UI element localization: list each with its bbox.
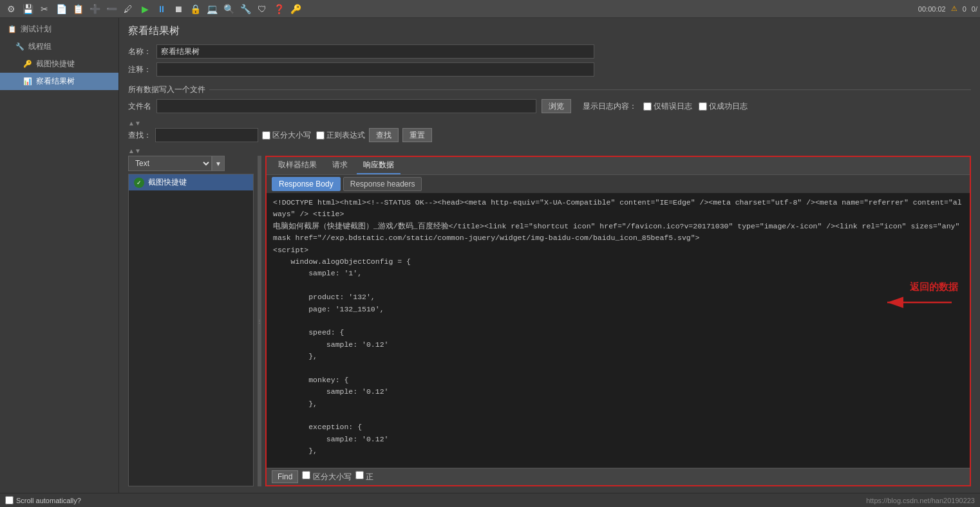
sidebar-item-test-plan[interactable]: 📋 测试计划: [0, 21, 118, 38]
find-regex-checkbox[interactable]: [355, 471, 364, 479]
toolbar: ⚙ 💾 ✂ 📄 📋 ➕ ➖ 🖊 ▶ ⏸ ⏹ 🔒 💻 🔍 🔧 🛡 ❓ 🔑 00:0…: [0, 0, 980, 18]
regex-label: 正则表达式: [326, 130, 365, 141]
find-regex[interactable]: 正: [355, 471, 373, 483]
panel-divider[interactable]: ⋮: [258, 156, 261, 486]
name-label: 名称：: [128, 46, 151, 57]
case-sensitive-label: 区分大小写: [272, 130, 311, 141]
display-label: 显示日志内容：: [583, 101, 637, 112]
find-bar: Find 区分大小写 正: [267, 468, 970, 485]
tab-sampler-result[interactable]: 取样器结果: [272, 157, 323, 174]
toolbar-icon-12[interactable]: 🔒: [188, 2, 202, 16]
reset-button[interactable]: 重置: [402, 128, 432, 142]
toolbar-icon-2[interactable]: 💾: [21, 2, 35, 16]
sidebar-item-thread-group[interactable]: 🔧 线程组: [0, 38, 118, 55]
find-btn[interactable]: Find: [272, 470, 298, 483]
content-area: 察看结果树 名称： 注释： 所有数据写入一个文件 文件名 浏览 显示日志内容：: [119, 18, 980, 493]
only-success-checkbox[interactable]: [699, 102, 707, 111]
toolbar-icon-3[interactable]: ✂: [37, 2, 52, 16]
timer-display: 00:00:02: [918, 5, 946, 13]
scroll-auto-checkbox[interactable]: [5, 496, 14, 504]
result-container: Text ▼ ✓ 截图快捷键 ⋮ 取样器结果: [128, 156, 971, 486]
sampler-item[interactable]: ✓ 截图快捷键: [129, 174, 253, 190]
browse-button[interactable]: 浏览: [542, 99, 571, 113]
sidebar-item-label: 线程组: [28, 41, 52, 52]
toolbar-icon-7[interactable]: ➖: [104, 2, 118, 16]
find-case-sensitive[interactable]: 区分大小写: [302, 471, 351, 483]
name-row: 名称：: [128, 44, 971, 59]
tabs-bar: 取样器结果 请求 响应数据: [267, 157, 970, 175]
log-options: 显示日志内容： 仅错误日志 仅成功日志: [583, 101, 748, 112]
code-view[interactable]: <!DOCTYPE html><html><!--STATUS OK--><he…: [267, 193, 970, 468]
right-panel-wrapper: 取样器结果 请求 响应数据 Response Body Response hea…: [265, 156, 971, 486]
search-options: 区分大小写 正则表达式: [262, 130, 365, 141]
only-errors-label: 仅错误日志: [654, 101, 692, 112]
dropdown-arrow-btn[interactable]: ▼: [212, 156, 225, 171]
toolbar-icon-16[interactable]: 🛡: [255, 2, 269, 16]
comment-row: 注释：: [128, 62, 971, 77]
toolbar-icon-9[interactable]: ▶: [138, 2, 152, 16]
toolbar-icon-14[interactable]: 🔍: [221, 2, 236, 16]
find-regex-label: 正: [366, 472, 373, 481]
sub-tabs-bar: Response Body Response headers: [267, 175, 970, 193]
toolbar-icon-8[interactable]: 🖊: [121, 2, 135, 16]
toolbar-icon-6[interactable]: ➕: [88, 2, 102, 16]
sub-tab-response-headers[interactable]: Response headers: [343, 177, 422, 191]
section-header: 所有数据写入一个文件: [128, 84, 971, 95]
search-label: 查找：: [128, 130, 151, 141]
test-plan-icon: 📋: [8, 25, 17, 33]
collapse-row-2[interactable]: ▲▼: [128, 146, 971, 156]
sidebar-item-label: 测试计划: [21, 24, 52, 35]
left-panel: Text ▼ ✓ 截图快捷键: [128, 156, 254, 486]
sidebar: 📋 测试计划 🔧 线程组 🔑 截图快捷键 📊 察看结果树: [0, 18, 119, 493]
find-case-checkbox[interactable]: [302, 471, 310, 479]
only-errors-option[interactable]: 仅错误日志: [643, 101, 692, 112]
result-tree-icon: 📊: [23, 77, 32, 86]
main-layout: 📋 测试计划 🔧 线程组 🔑 截图快捷键 📊 察看结果树 察看结果树 名称： 注…: [0, 18, 980, 493]
right-panel: 取样器结果 请求 响应数据 Response Body Response hea…: [265, 156, 971, 486]
file-input[interactable]: [156, 99, 536, 113]
toolbar-icon-17[interactable]: ❓: [272, 2, 286, 16]
toolbar-icon-15[interactable]: 🔧: [238, 2, 252, 16]
find-case-label: 区分大小写: [313, 472, 352, 481]
section-label: 所有数据写入一个文件: [128, 84, 205, 95]
collapse-row-1[interactable]: ▲▼: [128, 118, 971, 128]
toolbar-icon-11[interactable]: ⏹: [171, 2, 185, 16]
only-success-label: 仅成功日志: [709, 101, 748, 112]
counter-display: 0/: [972, 5, 977, 13]
regex-checkbox[interactable]: [316, 131, 325, 140]
find-button[interactable]: 查找: [369, 128, 399, 142]
page-title: 察看结果树: [128, 24, 971, 38]
alert-count: 0: [963, 5, 966, 13]
case-sensitive-checkbox[interactable]: [262, 131, 270, 140]
file-label: 文件名: [128, 101, 151, 112]
scroll-auto-label: Scroll automatically?: [16, 497, 81, 504]
toolbar-icon-4[interactable]: 📄: [54, 2, 68, 16]
toolbar-timer: 00:00:02 ⚠ 0 0/: [918, 5, 977, 13]
screenshot-icon: 🔑: [23, 60, 32, 68]
case-sensitive-option[interactable]: 区分大小写: [262, 130, 311, 141]
scroll-auto[interactable]: Scroll automatically?: [5, 496, 81, 504]
toolbar-icon-13[interactable]: 💻: [205, 2, 219, 16]
sidebar-item-screenshot[interactable]: 🔑 截图快捷键: [0, 55, 118, 73]
toolbar-icon-10[interactable]: ⏸: [155, 2, 169, 16]
toolbar-icon-18[interactable]: 🔑: [288, 2, 303, 16]
sampler-tree: ✓ 截图快捷键: [128, 174, 254, 486]
sampler-label: 截图快捷键: [148, 177, 187, 188]
search-row: 查找： 区分大小写 正则表达式 查找 重置: [128, 128, 971, 142]
only-errors-checkbox[interactable]: [643, 102, 652, 111]
regex-option[interactable]: 正则表达式: [316, 130, 365, 141]
bottom-url: https://blog.csdn.net/han20190223: [866, 497, 975, 504]
search-input[interactable]: [155, 128, 258, 142]
only-success-option[interactable]: 仅成功日志: [699, 101, 748, 112]
sub-tab-response-body[interactable]: Response Body: [272, 177, 341, 191]
toolbar-icon-1[interactable]: ⚙: [4, 2, 18, 16]
sidebar-item-result-tree[interactable]: 📊 察看结果树: [0, 73, 118, 90]
tab-request[interactable]: 请求: [326, 157, 354, 174]
name-input[interactable]: [156, 44, 594, 59]
sampler-success-icon: ✓: [134, 178, 144, 188]
toolbar-icon-5[interactable]: 📋: [71, 2, 85, 16]
bottom-bar: Scroll automatically? https://blog.csdn.…: [0, 493, 980, 507]
type-selector[interactable]: Text: [128, 156, 212, 171]
tab-response-data[interactable]: 响应数据: [357, 157, 400, 174]
comment-input[interactable]: [156, 62, 594, 77]
